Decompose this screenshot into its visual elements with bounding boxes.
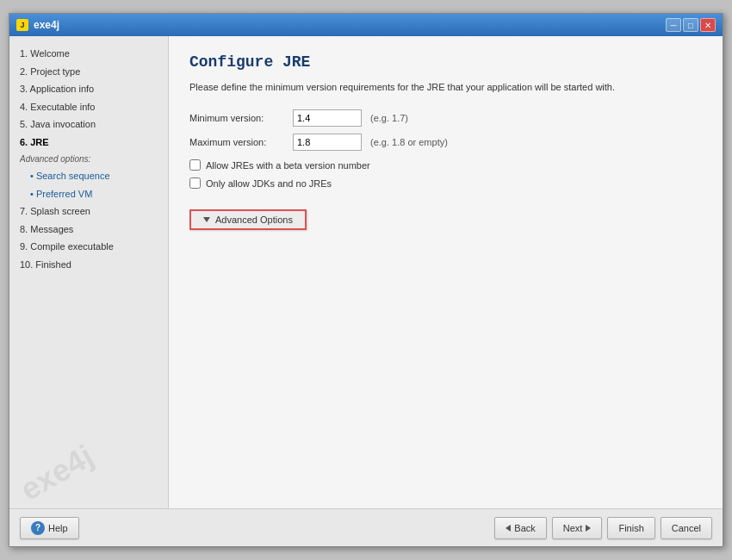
- window-title: exe4j: [34, 19, 59, 31]
- sidebar-item-java-invocation[interactable]: 5. Java invocation: [16, 115, 161, 134]
- page-title: Configure JRE: [189, 53, 702, 71]
- maximize-button[interactable]: □: [683, 18, 698, 32]
- title-bar: J exe4j ─ □ ✕: [9, 14, 723, 36]
- footer-left: ? Help: [20, 517, 79, 539]
- finish-button[interactable]: Finish: [607, 517, 654, 539]
- maximum-version-hint: (e.g. 1.8 or empty): [370, 137, 448, 147]
- title-bar-left: J exe4j: [16, 19, 59, 31]
- back-label: Back: [514, 523, 535, 533]
- sidebar-item-messages[interactable]: 8. Messages: [16, 221, 161, 239]
- back-icon: [506, 525, 511, 532]
- jdk-only-checkbox-row: Only allow JDKs and no JREs: [189, 177, 702, 189]
- maximum-version-label: Maximum version:: [189, 137, 293, 147]
- beta-version-checkbox-row: Allow JREs with a beta version number: [189, 159, 702, 171]
- footer: ? Help Back Next Finish Cancel: [9, 508, 723, 546]
- minimum-version-input[interactable]: [293, 109, 362, 127]
- sidebar: 1. Welcome 2. Project type 3. Applicatio…: [9, 36, 169, 508]
- jdk-only-label[interactable]: Only allow JDKs and no JREs: [206, 178, 332, 189]
- sidebar-item-preferred-vm[interactable]: • Preferred VM: [16, 185, 161, 203]
- back-button[interactable]: Back: [494, 517, 546, 539]
- sidebar-item-welcome[interactable]: 1. Welcome: [16, 45, 161, 63]
- description: Please define the minimum version requir…: [189, 81, 702, 94]
- close-button[interactable]: ✕: [700, 18, 716, 32]
- finish-label: Finish: [618, 523, 643, 533]
- cancel-label: Cancel: [672, 523, 701, 533]
- next-icon: [586, 525, 591, 532]
- main-window: J exe4j ─ □ ✕ 1. Welcome 2. Project type…: [9, 13, 723, 547]
- maximum-version-row: Maximum version: (e.g. 1.8 or empty): [189, 134, 702, 151]
- sidebar-item-finished[interactable]: 10. Finished: [16, 256, 161, 274]
- sidebar-item-search-sequence[interactable]: • Search sequence: [16, 167, 161, 185]
- app-icon: J: [16, 19, 28, 31]
- jdk-only-checkbox[interactable]: [189, 177, 201, 189]
- dropdown-icon: [203, 217, 210, 222]
- main-panel: Configure JRE Please define the minimum …: [169, 36, 723, 508]
- cancel-button[interactable]: Cancel: [661, 517, 712, 539]
- minimum-version-label: Minimum version:: [189, 113, 293, 123]
- help-button[interactable]: ? Help: [20, 517, 79, 539]
- help-label: Help: [48, 523, 68, 533]
- beta-version-label[interactable]: Allow JREs with a beta version number: [206, 160, 370, 171]
- sidebar-item-jre[interactable]: 6. JRE: [16, 134, 161, 152]
- footer-right: Back Next Finish Cancel: [494, 517, 712, 539]
- sidebar-item-project-type[interactable]: 2. Project type: [16, 63, 161, 81]
- minimum-version-row: Minimum version: (e.g. 1.7): [189, 109, 702, 127]
- help-icon: ?: [31, 521, 45, 535]
- watermark: exe4j: [15, 438, 100, 507]
- beta-version-checkbox[interactable]: [189, 159, 201, 171]
- title-bar-controls: ─ □ ✕: [666, 18, 716, 32]
- maximum-version-input[interactable]: [293, 134, 362, 151]
- sidebar-item-advanced-options-header: Advanced options:: [16, 151, 161, 167]
- next-button[interactable]: Next: [552, 517, 603, 539]
- sidebar-item-compile-executable[interactable]: 9. Compile executable: [16, 238, 161, 256]
- minimum-version-hint: (e.g. 1.7): [370, 113, 408, 123]
- next-label: Next: [563, 523, 583, 533]
- sidebar-item-application-info[interactable]: 3. Application info: [16, 80, 161, 98]
- sidebar-item-executable-info[interactable]: 4. Executable info: [16, 98, 161, 116]
- advanced-options-label: Advanced Options: [215, 215, 293, 225]
- minimize-button[interactable]: ─: [666, 18, 681, 32]
- advanced-options-button[interactable]: Advanced Options: [189, 209, 307, 230]
- sidebar-item-splash-screen[interactable]: 7. Splash screen: [16, 202, 161, 221]
- content-area: 1. Welcome 2. Project type 3. Applicatio…: [9, 36, 723, 508]
